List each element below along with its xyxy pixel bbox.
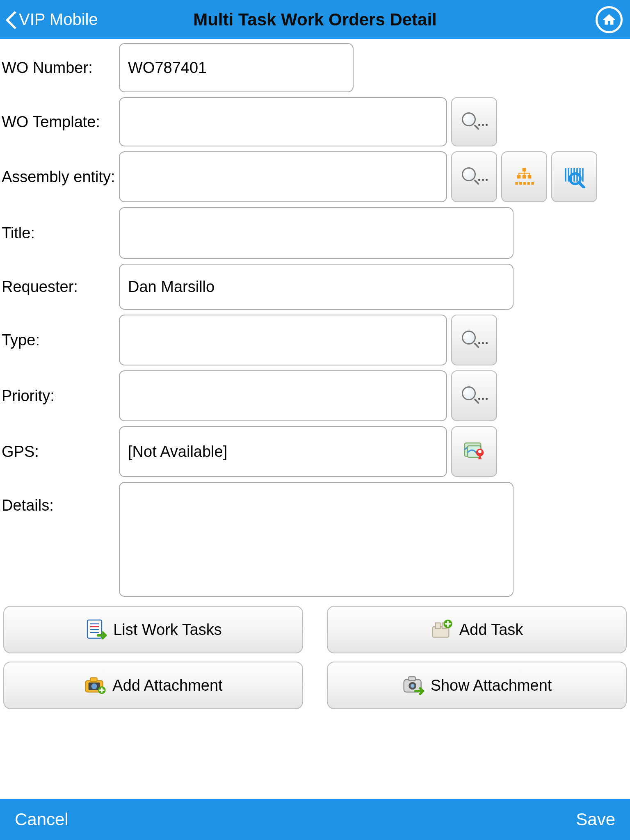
svg-rect-31 [91, 678, 97, 681]
wo-number-label: WO Number: [0, 43, 119, 92]
priority-search-button[interactable] [451, 370, 497, 421]
gps-map-button[interactable] [451, 426, 497, 477]
form: WO Number: WO787401 WO Template: Assembl… [0, 39, 630, 709]
save-button[interactable]: Save [576, 810, 615, 829]
svg-point-38 [411, 684, 414, 688]
svg-rect-5 [519, 182, 522, 185]
add-attachment-label: Add Attachment [112, 677, 222, 694]
svg-line-17 [579, 183, 584, 187]
top-bar: VIP Mobile Multi Task Work Orders Detail [0, 0, 630, 39]
gps-field[interactable]: [Not Available] [119, 426, 447, 477]
requester-field[interactable]: Dan Marsillo [119, 264, 514, 310]
type-field[interactable] [119, 315, 447, 365]
hierarchy-icon [514, 166, 535, 187]
wo-template-label: WO Template: [0, 97, 119, 146]
type-search-button[interactable] [451, 315, 497, 365]
svg-rect-4 [515, 182, 518, 185]
back-button[interactable]: VIP Mobile [0, 0, 98, 39]
svg-rect-2 [523, 175, 526, 179]
title-label: Title: [0, 207, 119, 259]
svg-rect-27 [435, 623, 440, 629]
svg-rect-6 [523, 182, 526, 185]
wo-template-field[interactable] [119, 97, 447, 146]
back-label: VIP Mobile [19, 10, 98, 29]
details-label: Details: [0, 482, 119, 597]
assembly-entity-label: Assembly entity: [0, 151, 119, 202]
wo-template-search-button[interactable] [451, 97, 497, 146]
add-task-icon [431, 618, 454, 641]
type-label: Type: [0, 315, 119, 365]
svg-rect-36 [409, 677, 415, 680]
priority-field[interactable] [119, 370, 447, 421]
action-buttons: List Work Tasks Add Task Add Attachment [0, 602, 630, 709]
bottom-bar: Cancel Save [0, 799, 630, 840]
priority-label: Priority: [0, 370, 119, 421]
assembly-entity-barcode-button[interactable] [551, 151, 597, 202]
svg-rect-1 [517, 175, 521, 179]
svg-rect-8 [531, 182, 534, 185]
list-work-tasks-label: List Work Tasks [113, 621, 222, 639]
search-icon [462, 386, 486, 405]
svg-rect-3 [528, 175, 532, 179]
svg-rect-0 [523, 168, 526, 171]
list-work-tasks-button[interactable]: List Work Tasks [3, 606, 303, 653]
add-task-label: Add Task [459, 621, 523, 639]
show-attachment-button[interactable]: Show Attachment [327, 662, 627, 709]
map-icon [463, 440, 486, 463]
chevron-left-icon [5, 10, 16, 29]
add-task-button[interactable]: Add Task [327, 606, 627, 653]
assembly-entity-hierarchy-button[interactable] [501, 151, 547, 202]
details-field[interactable] [119, 482, 514, 597]
gps-label: GPS: [0, 426, 119, 477]
svg-point-20 [478, 450, 482, 453]
search-icon [462, 112, 486, 131]
requester-label: Requester: [0, 264, 119, 310]
home-button[interactable] [596, 6, 623, 33]
search-icon [462, 167, 486, 186]
add-attachment-button[interactable]: Add Attachment [3, 662, 303, 709]
list-icon [84, 618, 107, 641]
home-icon [602, 12, 616, 27]
wo-number-field[interactable]: WO787401 [119, 43, 354, 92]
show-attachment-label: Show Attachment [431, 677, 552, 694]
svg-point-33 [91, 683, 97, 689]
search-icon [462, 331, 486, 349]
add-attachment-icon [84, 674, 107, 697]
title-field[interactable] [119, 207, 514, 259]
cancel-button[interactable]: Cancel [15, 810, 68, 829]
svg-rect-7 [527, 182, 530, 185]
barcode-scan-icon [563, 165, 586, 188]
assembly-entity-search-button[interactable] [451, 151, 497, 202]
assembly-entity-field[interactable] [119, 151, 447, 202]
show-attachment-icon [402, 674, 425, 697]
